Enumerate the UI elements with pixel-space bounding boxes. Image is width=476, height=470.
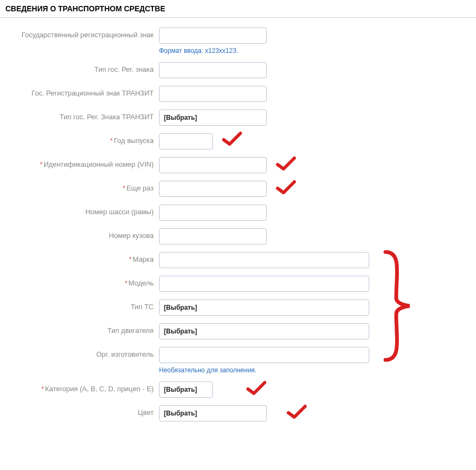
select-color[interactable]: [Выбрать] [159,405,267,421]
check-icon [221,130,244,148]
required-mark: * [129,255,132,263]
label-model-text: Модель [128,279,154,287]
check-icon [245,379,268,398]
input-vin-again[interactable] [159,181,267,197]
label-body-no: Номер кузова [0,228,159,240]
label-reg-plate-type: Тип гос. Рег. знака [0,62,159,73]
required-mark: * [110,137,113,145]
required-mark: * [40,160,43,168]
label-transit-plate-type: Тип гос. Рег. Знака ТРАНЗИТ [0,110,159,121]
hint-manufacturer: Необязательно для заполнения. [159,363,369,374]
required-mark: * [42,385,44,393]
select-engine-type[interactable]: [Выбрать] [159,323,369,339]
row-reg-plate-type: Тип гос. Рег. знака [0,62,476,78]
input-reg-plate-type[interactable] [159,62,267,78]
row-transit-plate-type: Тип гос. Рег. Знака ТРАНЗИТ [Выбрать] [0,110,476,126]
label-color: Цвет [0,405,159,417]
input-model[interactable] [159,276,369,292]
input-manufacturer[interactable] [159,347,369,363]
label-brand: *Марка [0,252,159,263]
label-vin-again: *Еще раз [0,181,159,192]
check-icon [275,155,298,173]
label-category-text: Категория (A, B, C, D, прицеп - E) [45,385,154,393]
row-engine-type: Тип двигателя [Выбрать] [0,323,476,339]
label-reg-plate: Государственный регистрационный знак [0,28,159,39]
row-category: *Категория (A, B, C, D, прицеп - E) [Выб… [0,382,476,398]
check-icon [275,179,298,197]
input-body-no[interactable] [159,228,267,244]
section-title: СВЕДЕНИЯ О ТРАНСПОРТНОМ СРЕДСТВЕ [0,0,476,18]
input-chassis[interactable] [159,205,267,221]
row-vin-again: *Еще раз [0,181,476,197]
label-manufacturer: Орг. изготовитель [0,347,159,358]
input-brand[interactable] [159,252,369,268]
select-category[interactable]: [Выбрать] [159,382,213,398]
select-transit-plate-type[interactable]: [Выбрать] [159,110,267,126]
row-chassis: Номер шасси (рамы) [0,205,476,221]
label-category: *Категория (A, B, C, D, прицеп - E) [0,382,159,393]
required-mark: * [125,279,127,287]
hint-reg-plate: Формат ввода: х123хх123. [159,44,267,55]
row-transit-plate: Гос. Регистрационный знак ТРАНЗИТ [0,86,476,102]
row-color: Цвет [Выбрать] [0,405,476,421]
label-vehicle-type: Тип ТС [0,299,159,311]
row-manufacturer: Орг. изготовитель Необязательно для запо… [0,347,476,374]
label-year: *Год выпуска [0,133,159,145]
check-icon [286,403,308,421]
row-brand: *Марка [0,252,476,268]
row-vehicle-type: Тип ТС [Выбрать] [0,299,476,316]
label-model: *Модель [0,276,159,287]
input-year[interactable] [159,133,213,149]
label-vin-again-text: Еще раз [127,184,154,192]
label-vin-text: Идентификационный номер (VIN) [44,160,154,168]
required-mark: * [123,184,126,192]
row-body-no: Номер кузова [0,228,476,244]
label-transit-plate: Гос. Регистрационный знак ТРАНЗИТ [0,86,159,97]
row-reg-plate: Государственный регистрационный знак Фор… [0,28,476,55]
input-reg-plate[interactable] [159,28,267,44]
label-engine-type: Тип двигателя [0,323,159,335]
label-vin: *Идентификационный номер (VIN) [0,157,159,168]
label-brand-text: Марка [133,255,154,263]
select-vehicle-type[interactable]: [Выбрать] [159,299,369,316]
label-year-text: Год выпуска [114,137,154,145]
input-vin[interactable] [159,157,267,173]
row-model: *Модель [0,276,476,292]
input-transit-plate[interactable] [159,86,267,102]
row-year: *Год выпуска [0,133,476,149]
row-vin: *Идентификационный номер (VIN) [0,157,476,173]
label-chassis: Номер шасси (рамы) [0,205,159,216]
